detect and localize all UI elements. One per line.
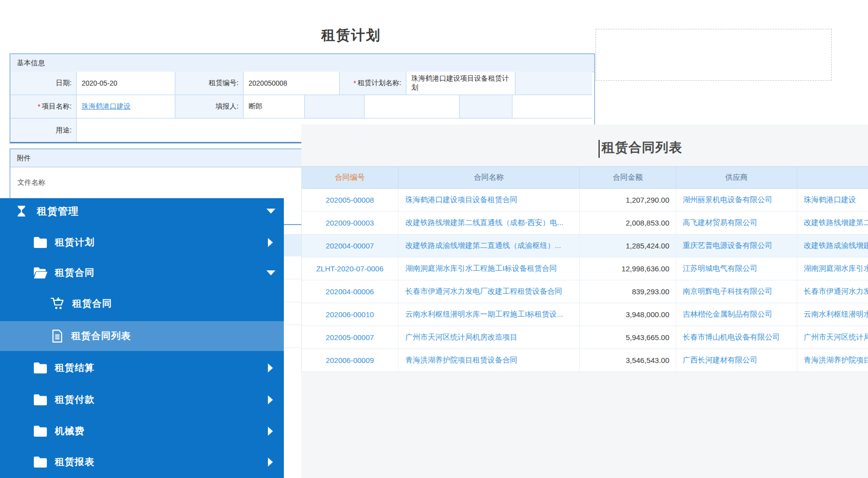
sidebar-item-rental-contract-group[interactable]: 租赁合同 <box>0 258 284 288</box>
folder-open-icon <box>33 267 48 279</box>
project-link[interactable]: 改建铁路成渝线增建 <box>797 235 868 257</box>
required-star: * <box>354 79 356 87</box>
contract-no-link[interactable]: 202005-00008 <box>302 189 398 211</box>
supplier-link[interactable]: 江苏明城电气有限公司 <box>676 257 797 280</box>
sidebar-item-rental-management[interactable]: 租赁管理 <box>0 198 284 224</box>
column-header-amount[interactable]: 合同金额 <box>580 167 676 188</box>
page-title: 租赁计划 <box>321 26 481 45</box>
contract-no-link[interactable]: ZLHT-2020-07-0006 <box>302 257 398 280</box>
project-link[interactable]: 长春市伊通河水力发 <box>797 280 868 303</box>
sidebar-item-rental-payment[interactable]: 租赁付款 <box>0 384 284 415</box>
date-field[interactable]: 2020-05-20 <box>77 72 175 95</box>
supplier-link[interactable]: 重庆艺普电源设备有限公司 <box>676 235 797 257</box>
reporter-label: 填报人: <box>175 95 244 119</box>
text-cursor <box>599 140 600 158</box>
supplier-link[interactable]: 吉林楷伦金属制品有限公司 <box>676 303 797 326</box>
column-header-contract-name[interactable]: 合同名称 <box>398 167 580 188</box>
sidebar-item-rental-contract-list[interactable]: 租赁合同列表 <box>0 321 284 351</box>
contract-no-link[interactable]: 202006-00009 <box>302 349 398 371</box>
column-header-project[interactable] <box>797 167 868 188</box>
contract-no-link[interactable]: 202005-00007 <box>302 326 398 349</box>
sidebar-menu: 租赁管理 租赁计划 租赁合同 <box>0 198 284 478</box>
sidebar-item-rental-plan[interactable]: 租赁计划 <box>0 227 284 258</box>
contract-amount: 1,285,424.00 <box>580 235 676 257</box>
contract-amount: 3,948,000.00 <box>580 303 676 326</box>
table-row: 202006-00009 青海洪湖养护院项目租赁设备合同 3,546,543.0… <box>302 349 868 372</box>
hourglass-icon <box>15 205 28 218</box>
document-icon <box>51 330 63 343</box>
contract-table-header: 合同编号 合同名称 合同金额 供应商 <box>302 167 868 189</box>
reporter-field: 断郎 <box>244 95 305 119</box>
chevron-right-icon <box>268 363 273 372</box>
supplier-link[interactable]: 湖州丽景机电设备有限公司 <box>676 189 797 211</box>
table-row: 202005-00007 广州市天河区统计局机房改造项目 5,943,665.0… <box>302 326 868 349</box>
contract-name-link[interactable]: 云南水利枢纽潜明水库一期工程施工I标租赁设... <box>398 303 580 326</box>
project-link[interactable]: 青海洪湖养护院项目 <box>797 349 868 371</box>
sidebar-item-rental-contract[interactable]: 租赁合同 <box>0 288 284 319</box>
table-row: 202005-00008 珠海鹤港口建设项目设备租赁合同 1,207,290.0… <box>302 189 868 212</box>
chevron-down-icon <box>266 270 275 275</box>
table-row: 202009-00003 改建铁路线增建第二线直通线（成都-西安）电... 2,… <box>302 212 868 235</box>
project-name-field: 珠海鹤港口建设 <box>77 95 175 119</box>
chevron-right-icon <box>268 395 273 404</box>
sidebar-item-label: 租赁合同列表 <box>71 330 131 343</box>
lease-no-label: 租赁编号: <box>175 72 244 95</box>
contract-no-link[interactable]: 202006-00010 <box>302 303 398 326</box>
contract-name-link[interactable]: 广州市天河区统计局机房改造项目 <box>398 326 580 349</box>
chevron-right-icon <box>268 458 273 467</box>
sidebar-item-rental-reports[interactable]: 租赁报表 <box>0 447 284 478</box>
cart-icon <box>51 297 65 310</box>
basic-info-section-title: 基本信息 <box>10 54 594 72</box>
sidebar-item-label: 租赁付款 <box>55 393 95 406</box>
contract-name-link[interactable]: 珠海鹤港口建设项目设备租赁合同 <box>398 189 580 211</box>
contract-list-title: 租赁合同列表 <box>602 139 682 156</box>
sidebar-item-label: 租赁报表 <box>55 456 95 469</box>
contract-name-link[interactable]: 改建铁路成渝线增建第二直通线（成渝枢纽）... <box>398 235 580 257</box>
app-root: 租赁计划 基本信息 日期: 2020-05-20 租赁编号: 202005000… <box>0 0 868 478</box>
project-link[interactable]: 珠海鹤港口建设 <box>82 102 130 111</box>
sidebar-item-rental-settlement[interactable]: 租赁结算 <box>0 353 284 383</box>
chevron-right-icon <box>268 238 273 247</box>
supplier-link[interactable]: 高飞建材贸易有限公司 <box>676 212 797 234</box>
contract-amount: 3,546,543.00 <box>580 349 676 371</box>
contract-amount: 1,207,290.00 <box>580 189 676 211</box>
plan-name-label: *租赁计划名称: <box>340 72 406 95</box>
table-row: ZLHT-2020-07-0006 湖南洞庭湖水库引水工程施工I标设备租赁合同 … <box>302 257 868 280</box>
purpose-label: 用途: <box>10 119 77 142</box>
contract-no-link[interactable]: 202009-00003 <box>302 212 398 234</box>
column-header-supplier[interactable]: 供应商 <box>676 167 797 188</box>
contract-list-window: 租赁合同列表 合同编号 合同名称 合同金额 供应商 202005-00008 珠… <box>301 124 868 478</box>
table-row: 202004-00007 改建铁路成渝线增建第二直通线（成渝枢纽）... 1,2… <box>302 235 868 257</box>
folder-icon <box>33 456 48 468</box>
table-row: 202006-00010 云南水利枢纽潜明水库一期工程施工I标租赁设... 3,… <box>302 303 868 326</box>
project-link[interactable]: 改建铁路线增建第二 <box>797 212 868 234</box>
contract-amount: 2,008,853.00 <box>580 212 676 234</box>
plan-name-field[interactable]: 珠海鹤港口建设项目设备租赁计划 <box>406 72 515 95</box>
sidebar-item-label: 租赁管理 <box>37 205 79 218</box>
project-link[interactable]: 云南水利枢纽潜明水 <box>797 303 868 326</box>
contract-amount: 5,943,665.00 <box>580 326 676 349</box>
contract-amount: 12,998,636.00 <box>580 257 676 280</box>
supplier-link[interactable]: 南京明辉电子科技有限公司 <box>676 280 797 303</box>
project-link[interactable]: 珠海鹤港口建设 <box>797 189 868 211</box>
folder-icon <box>33 237 48 248</box>
contract-name-link[interactable]: 改建铁路线增建第二线直通线（成都-西安）电... <box>398 212 580 234</box>
contract-name-link[interactable]: 长春市伊通河水力发电厂改建工程租赁设备合同 <box>398 280 580 303</box>
project-link[interactable]: 湖南洞庭湖水库引水 <box>797 257 868 280</box>
contract-no-link[interactable]: 202004-00006 <box>302 280 398 303</box>
contract-name-link[interactable]: 青海洪湖养护院项目租赁设备合同 <box>398 349 580 371</box>
column-header-contract-no[interactable]: 合同编号 <box>302 167 398 188</box>
empty-label-cell <box>460 95 512 119</box>
empty-value-cell <box>512 95 592 119</box>
project-link[interactable]: 广州市天河区统计局 <box>797 326 868 349</box>
contract-no-link[interactable]: 202004-00007 <box>302 235 398 257</box>
sidebar-item-machinery-cost[interactable]: 机械费 <box>0 416 284 447</box>
sidebar-item-label: 机械费 <box>55 425 85 438</box>
folder-icon <box>33 425 48 437</box>
chevron-down-icon <box>266 209 275 214</box>
supplier-link[interactable]: 广西长河建材有限公司 <box>676 349 797 371</box>
contract-name-link[interactable]: 湖南洞庭湖水库引水工程施工I标设备租赁合同 <box>398 257 580 280</box>
supplier-link[interactable]: 长春市博山机电设备有限公司 <box>676 326 797 349</box>
table-row: 202004-00006 长春市伊通河水力发电厂改建工程租赁设备合同 839,2… <box>302 280 868 303</box>
project-name-label: *项目名称: <box>10 95 77 119</box>
